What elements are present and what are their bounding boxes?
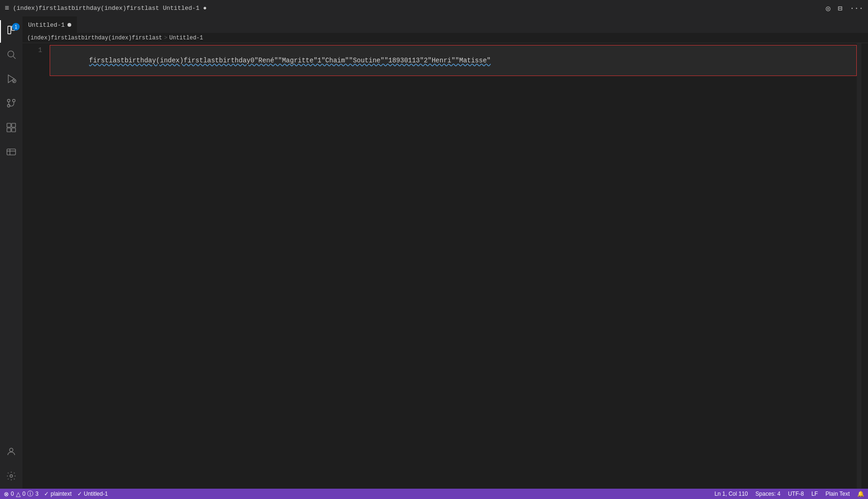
status-position[interactable]: Ln 1, Col 110 (714, 491, 748, 497)
position-text: Ln 1, Col 110 (714, 491, 748, 497)
untitled-label: Untitled-1 (84, 491, 108, 497)
activity-item-source-control[interactable] (0, 93, 22, 116)
run-icon (6, 74, 16, 87)
language-text: Plain Text (825, 491, 850, 497)
activity-item-explorer[interactable]: 1 (0, 20, 22, 43)
breadcrumb-sep-1: > (164, 35, 167, 41)
search-icon (6, 49, 16, 63)
encoding-text: UTF-8 (788, 491, 804, 497)
activity-item-settings[interactable] (0, 466, 22, 489)
scrollbar-vertical[interactable] (861, 43, 868, 489)
svg-rect-12 (7, 128, 11, 131)
checkmark-icon: ✓ (44, 491, 49, 497)
info-icon: ⓘ (27, 490, 33, 498)
warning-icon: △ (16, 491, 21, 498)
status-untitled[interactable]: ✓ Untitled-1 (77, 491, 108, 497)
svg-point-17 (9, 448, 13, 451)
svg-point-7 (7, 99, 10, 102)
explorer-badge: 1 (12, 23, 20, 30)
svg-line-6 (14, 80, 15, 82)
svg-rect-13 (12, 128, 15, 131)
remote-icon (6, 147, 16, 160)
title-bar: ≡ (index)firstlastbirthday(index)firstla… (0, 0, 868, 16)
status-encoding[interactable]: UTF-8 (788, 491, 804, 497)
activity-item-remote[interactable] (0, 142, 22, 165)
line-numbers: 1 (22, 43, 46, 489)
account-icon (6, 446, 16, 460)
code-text-1: firstlastbirthday(index)firstlastbirthda… (89, 57, 491, 64)
activity-item-account[interactable] (0, 442, 22, 464)
error-icon: ⊗ (4, 491, 9, 498)
settings-icon (6, 471, 16, 484)
bell-icon: 🔔 (857, 491, 864, 497)
editor[interactable]: 1 firstlastbirthday(index)firstlastbirth… (22, 43, 868, 489)
menu-icon[interactable]: ≡ (5, 4, 9, 13)
source-control-icon (6, 98, 16, 112)
status-errors[interactable]: ⊗ 0 △ 0 ⓘ 3 (4, 490, 38, 498)
tab-untitled-1[interactable]: Untitled-1 (22, 16, 77, 33)
line-ending-text: LF (811, 491, 818, 497)
status-right: Ln 1, Col 110 Spaces: 4 UTF-8 LF Plain T… (714, 491, 864, 497)
svg-rect-14 (7, 149, 15, 155)
svg-point-2 (8, 51, 14, 57)
editor-area: Untitled-1 (index)firstlastbirthday(inde… (22, 16, 868, 489)
status-left: ⊗ 0 △ 0 ⓘ 3 ✓ plaintext ✓ Untitled-1 (4, 490, 108, 498)
svg-rect-0 (8, 26, 11, 34)
spaces-text: Spaces: 4 (756, 491, 780, 497)
main-layout: 1 (0, 16, 868, 489)
status-branch[interactable]: ✓ plaintext (44, 491, 72, 497)
breadcrumb-part-2[interactable]: Untitled-1 (169, 35, 203, 41)
tab-bar: Untitled-1 (22, 16, 868, 33)
checkmark-icon-2: ✓ (77, 491, 82, 497)
extensions-icon (6, 122, 16, 136)
activity-bar: 1 (0, 16, 22, 489)
error-count: 0 (11, 491, 14, 497)
layout-icon[interactable]: ⊟ (838, 4, 843, 13)
copilot-icon[interactable]: ◎ (826, 4, 831, 13)
more-actions-icon[interactable]: ··· (850, 4, 863, 13)
info-count: 3 (35, 491, 38, 497)
svg-point-8 (13, 99, 15, 102)
activity-item-search[interactable] (0, 45, 22, 67)
status-bar: ⊗ 0 △ 0 ⓘ 3 ✓ plaintext ✓ Untitled-1 Ln … (0, 489, 868, 499)
status-line-ending[interactable]: LF (811, 491, 818, 497)
editor-content[interactable]: firstlastbirthday(index)firstlastbirthda… (46, 43, 857, 489)
title-bar-actions: ◎ ⊟ ··· (826, 4, 863, 13)
code-line-1[interactable]: firstlastbirthday(index)firstlastbirthda… (50, 45, 857, 76)
activity-item-run[interactable] (0, 69, 22, 91)
warning-count: 0 (22, 491, 26, 497)
breadcrumb: (index)firstlastbirthday(index)firstlast… (22, 33, 868, 43)
status-language[interactable]: Plain Text (825, 491, 850, 497)
branch-name: plaintext (51, 491, 72, 497)
tab-dirty-indicator (67, 23, 71, 27)
svg-rect-11 (12, 123, 15, 127)
activity-item-extensions[interactable] (0, 118, 22, 140)
status-spaces[interactable]: Spaces: 4 (756, 491, 780, 497)
svg-point-18 (10, 475, 13, 477)
svg-line-3 (13, 56, 15, 59)
status-notifications[interactable]: 🔔 (857, 491, 864, 497)
line-number-1: 1 (22, 45, 42, 55)
breadcrumb-part-1[interactable]: (index)firstlastbirthday(index)firstlast (27, 35, 162, 41)
minimap (857, 43, 861, 489)
tab-label: Untitled-1 (28, 22, 65, 29)
svg-rect-10 (7, 123, 11, 127)
title-bar-title: (index)firstlastbirthday(index)firstlast… (13, 5, 822, 12)
